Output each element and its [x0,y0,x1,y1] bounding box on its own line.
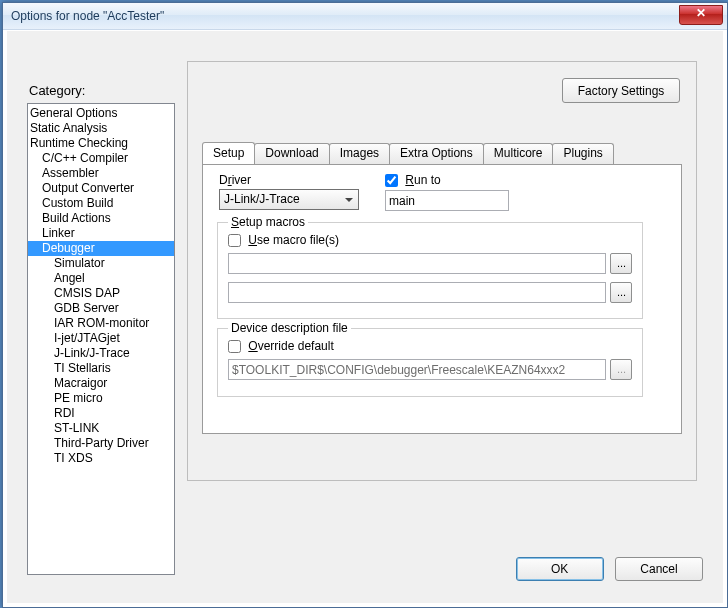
category-item[interactable]: TI XDS [28,451,174,466]
driver-combo[interactable]: J-Link/J-Trace [219,189,359,210]
use-macro-label[interactable]: Use macro file(s) [248,233,339,247]
category-item[interactable]: IAR ROM-monitor [28,316,174,331]
category-item[interactable]: Macraigor [28,376,174,391]
category-item[interactable]: Assembler [28,166,174,181]
tab-images[interactable]: Images [329,143,390,165]
tabs: SetupDownloadImagesExtra OptionsMulticor… [202,142,682,434]
category-item[interactable]: Runtime Checking [28,136,174,151]
run-to-row: Run to [385,173,441,187]
content: Category: General OptionsStatic Analysis… [23,55,707,587]
tab-multicore[interactable]: Multicore [483,143,554,165]
ddf-fieldset: Device description file Override default… [217,321,643,397]
category-label: Category: [29,83,85,98]
window-title: Options for node "AccTester" [11,9,164,23]
ddf-legend: Device description file [228,321,351,335]
options-panel: Factory Settings SetupDownloadImagesExtr… [187,61,697,481]
category-item[interactable]: Angel [28,271,174,286]
use-macro-row: Use macro file(s) [228,233,632,247]
ddf-browse: ... [610,359,632,380]
macro-file-input-2[interactable] [228,282,606,303]
category-item[interactable]: Build Actions [28,211,174,226]
category-item[interactable]: ST-LINK [28,421,174,436]
category-item[interactable]: J-Link/J-Trace [28,346,174,361]
setup-macros-fieldset: Setup macros Use macro file(s) ... [217,215,643,319]
tab-extra-options[interactable]: Extra Options [389,143,484,165]
category-item[interactable]: Debugger [28,241,174,256]
tab-setup[interactable]: Setup [202,142,255,164]
override-default-label[interactable]: Override default [248,339,333,353]
client-area: Category: General OptionsStatic Analysis… [7,31,723,603]
category-item[interactable]: GDB Server [28,301,174,316]
setup-macros-legend: Setup macros [228,215,308,229]
ok-button[interactable]: OK [516,557,604,581]
category-item[interactable]: Linker [28,226,174,241]
category-item[interactable]: CMSIS DAP [28,286,174,301]
factory-settings-button[interactable]: Factory Settings [562,78,680,103]
dialog-window: Options for node "AccTester" ✕ Category:… [2,2,728,608]
category-item[interactable]: C/C++ Compiler [28,151,174,166]
category-item[interactable]: Simulator [28,256,174,271]
category-item[interactable]: Output Converter [28,181,174,196]
titlebar: Options for node "AccTester" ✕ [3,3,727,30]
run-to-label[interactable]: Run to [405,173,440,187]
category-item[interactable]: General Options [28,106,174,121]
override-default-checkbox[interactable] [228,340,241,353]
category-item[interactable]: PE micro [28,391,174,406]
category-list[interactable]: General OptionsStatic AnalysisRuntime Ch… [27,103,175,575]
macro-file-input-1[interactable] [228,253,606,274]
category-item[interactable]: Third-Party Driver [28,436,174,451]
dialog-buttons: OK Cancel [508,557,703,581]
run-to-checkbox[interactable] [385,174,398,187]
close-button[interactable]: ✕ [679,5,723,25]
macro-file-browse-1[interactable]: ... [610,253,632,274]
tab-download[interactable]: Download [254,143,329,165]
use-macro-checkbox[interactable] [228,234,241,247]
tab-row: SetupDownloadImagesExtra OptionsMulticor… [202,142,682,164]
tab-plugins[interactable]: Plugins [552,143,613,165]
tab-body-setup: Driver J-Link/J-Trace Run to [202,164,682,434]
category-item[interactable]: I-jet/JTAGjet [28,331,174,346]
driver-label: Driver [219,173,251,187]
run-to-input[interactable] [385,190,509,211]
category-item[interactable]: Static Analysis [28,121,174,136]
category-item[interactable]: TI Stellaris [28,361,174,376]
cancel-button[interactable]: Cancel [615,557,703,581]
category-item[interactable]: RDI [28,406,174,421]
macro-file-browse-2[interactable]: ... [610,282,632,303]
category-item[interactable]: Custom Build [28,196,174,211]
ddf-path-input [228,359,606,380]
override-row: Override default [228,339,632,353]
